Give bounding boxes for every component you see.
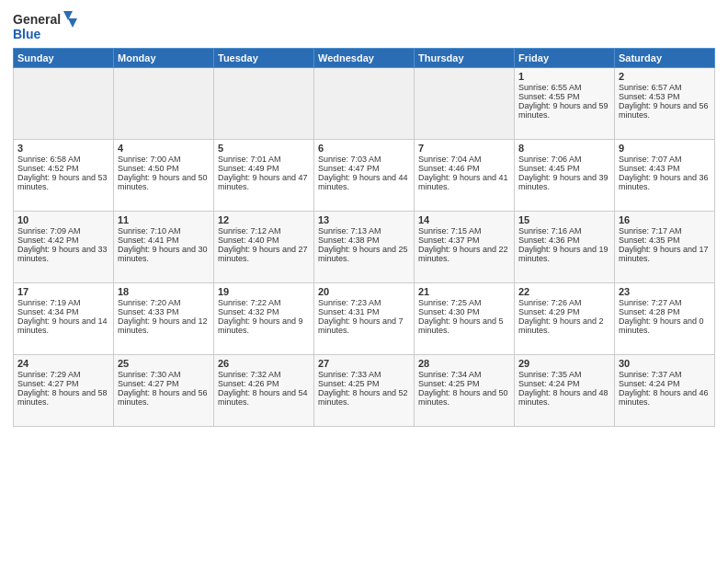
day-cell: 7Sunrise: 7:04 AMSunset: 4:46 PMDaylight… — [415, 140, 515, 212]
day-info-line: Daylight: 9 hours and 5 minutes. — [418, 316, 510, 335]
day-info-line: Daylight: 9 hours and 0 minutes. — [619, 316, 711, 335]
day-info-line: Daylight: 9 hours and 25 minutes. — [318, 245, 410, 263]
day-header-wednesday: Wednesday — [314, 49, 415, 68]
day-cell — [14, 68, 114, 140]
day-number: 6 — [318, 143, 410, 154]
day-info-line: Sunrise: 7:07 AM — [619, 155, 711, 164]
day-info-line: Daylight: 9 hours and 56 minutes. — [619, 101, 711, 120]
day-info-line: Sunrise: 7:09 AM — [17, 226, 109, 236]
day-number: 13 — [318, 214, 410, 225]
day-info-line: Daylight: 8 hours and 50 minutes. — [418, 388, 510, 407]
day-info-line: Daylight: 9 hours and 53 minutes. — [17, 173, 109, 191]
day-info-line: Sunset: 4:29 PM — [518, 307, 610, 316]
day-info-line: Daylight: 9 hours and 30 minutes. — [118, 245, 210, 263]
calendar-body: 1Sunrise: 6:55 AMSunset: 4:55 PMDaylight… — [14, 68, 715, 427]
day-header-sunday: Sunday — [14, 49, 114, 68]
day-info-line: Daylight: 8 hours and 58 minutes. — [17, 388, 109, 407]
day-cell: 25Sunrise: 7:30 AMSunset: 4:27 PMDayligh… — [114, 355, 214, 427]
day-info-line: Sunrise: 7:35 AM — [518, 370, 610, 379]
day-info-line: Sunset: 4:35 PM — [619, 236, 711, 245]
day-info-line: Sunset: 4:33 PM — [118, 307, 210, 316]
day-info-line: Sunrise: 7:29 AM — [17, 370, 109, 379]
day-header-saturday: Saturday — [615, 49, 715, 68]
day-info-line: Sunrise: 7:20 AM — [118, 298, 210, 307]
day-number: 26 — [218, 358, 310, 369]
day-cell: 29Sunrise: 7:35 AMSunset: 4:24 PMDayligh… — [515, 355, 615, 427]
day-info-line: Sunset: 4:24 PM — [518, 379, 610, 388]
day-cell — [214, 68, 314, 140]
day-info-line: Daylight: 8 hours and 54 minutes. — [218, 388, 310, 407]
day-info-line: Daylight: 9 hours and 19 minutes. — [518, 245, 610, 263]
day-cell: 20Sunrise: 7:23 AMSunset: 4:31 PMDayligh… — [314, 283, 415, 355]
day-number: 7 — [418, 143, 510, 154]
day-info-line: Sunrise: 7:37 AM — [619, 370, 711, 379]
day-info-line: Sunset: 4:42 PM — [17, 236, 109, 245]
day-info-line: Daylight: 8 hours and 48 minutes. — [518, 388, 610, 407]
day-cell: 11Sunrise: 7:10 AMSunset: 4:41 PMDayligh… — [114, 212, 214, 283]
day-info-line: Daylight: 9 hours and 2 minutes. — [518, 316, 610, 335]
day-header-thursday: Thursday — [415, 49, 515, 68]
day-cell — [415, 68, 515, 140]
day-number: 17 — [17, 286, 109, 297]
day-info-line: Sunset: 4:52 PM — [17, 164, 109, 173]
day-info-line: Sunset: 4:43 PM — [619, 164, 711, 173]
calendar-header-row: SundayMondayTuesdayWednesdayThursdayFrid… — [14, 49, 715, 68]
day-info-line: Sunset: 4:45 PM — [518, 164, 610, 173]
day-number: 19 — [218, 286, 310, 297]
day-info-line: Sunrise: 6:58 AM — [17, 155, 109, 164]
day-info-line: Sunrise: 7:19 AM — [17, 298, 109, 307]
day-cell: 27Sunrise: 7:33 AMSunset: 4:25 PMDayligh… — [314, 355, 415, 427]
day-number: 23 — [619, 286, 711, 297]
day-number: 1 — [518, 71, 610, 82]
day-number: 22 — [518, 286, 610, 297]
day-info-line: Sunset: 4:38 PM — [318, 236, 410, 245]
day-cell: 13Sunrise: 7:13 AMSunset: 4:38 PMDayligh… — [314, 212, 415, 283]
day-info-line: Sunset: 4:32 PM — [218, 307, 310, 316]
day-cell: 22Sunrise: 7:26 AMSunset: 4:29 PMDayligh… — [515, 283, 615, 355]
day-info-line: Daylight: 9 hours and 9 minutes. — [218, 316, 310, 335]
day-number: 21 — [418, 286, 510, 297]
day-info-line: Sunset: 4:37 PM — [418, 236, 510, 245]
day-info-line: Sunrise: 7:15 AM — [418, 226, 510, 236]
day-info-line: Sunrise: 7:01 AM — [218, 155, 310, 164]
day-cell: 6Sunrise: 7:03 AMSunset: 4:47 PMDaylight… — [314, 140, 415, 212]
day-info-line: Daylight: 9 hours and 27 minutes. — [218, 245, 310, 263]
day-info-line: Daylight: 9 hours and 7 minutes. — [318, 316, 410, 335]
day-header-monday: Monday — [114, 49, 214, 68]
day-info-line: Sunset: 4:41 PM — [118, 236, 210, 245]
svg-text:Blue: Blue — [13, 27, 41, 41]
day-cell: 5Sunrise: 7:01 AMSunset: 4:49 PMDaylight… — [214, 140, 314, 212]
day-info-line: Sunset: 4:46 PM — [418, 164, 510, 173]
day-number: 14 — [418, 214, 510, 225]
day-info-line: Sunset: 4:47 PM — [318, 164, 410, 173]
day-info-line: Daylight: 9 hours and 12 minutes. — [118, 316, 210, 335]
day-cell: 3Sunrise: 6:58 AMSunset: 4:52 PMDaylight… — [14, 140, 114, 212]
day-cell: 16Sunrise: 7:17 AMSunset: 4:35 PMDayligh… — [615, 212, 715, 283]
day-info-line: Daylight: 9 hours and 41 minutes. — [418, 173, 510, 191]
svg-text:General: General — [13, 12, 61, 27]
day-info-line: Daylight: 9 hours and 17 minutes. — [619, 245, 711, 263]
day-info-line: Sunset: 4:31 PM — [318, 307, 410, 316]
day-info-line: Sunset: 4:26 PM — [218, 379, 310, 388]
day-info-line: Daylight: 9 hours and 59 minutes. — [518, 101, 610, 120]
day-cell: 23Sunrise: 7:27 AMSunset: 4:28 PMDayligh… — [615, 283, 715, 355]
day-cell: 19Sunrise: 7:22 AMSunset: 4:32 PMDayligh… — [214, 283, 314, 355]
day-info-line: Sunset: 4:49 PM — [218, 164, 310, 173]
day-info-line: Sunrise: 7:10 AM — [118, 226, 210, 236]
day-number: 5 — [218, 143, 310, 154]
day-header-friday: Friday — [515, 49, 615, 68]
day-info-line: Sunset: 4:40 PM — [218, 236, 310, 245]
day-info-line: Daylight: 9 hours and 22 minutes. — [418, 245, 510, 263]
calendar: SundayMondayTuesdayWednesdayThursdayFrid… — [13, 48, 715, 427]
day-info-line: Daylight: 8 hours and 46 minutes. — [619, 388, 711, 407]
day-info-line: Daylight: 9 hours and 14 minutes. — [17, 316, 109, 335]
day-info-line: Sunrise: 7:12 AM — [218, 226, 310, 236]
day-number: 10 — [17, 214, 109, 225]
day-info-line: Sunset: 4:53 PM — [619, 92, 711, 101]
day-header-tuesday: Tuesday — [214, 49, 314, 68]
day-number: 30 — [619, 358, 711, 369]
day-cell: 18Sunrise: 7:20 AMSunset: 4:33 PMDayligh… — [114, 283, 214, 355]
day-info-line: Sunrise: 7:03 AM — [318, 155, 410, 164]
day-number: 9 — [619, 143, 711, 154]
day-info-line: Daylight: 9 hours and 33 minutes. — [17, 245, 109, 263]
